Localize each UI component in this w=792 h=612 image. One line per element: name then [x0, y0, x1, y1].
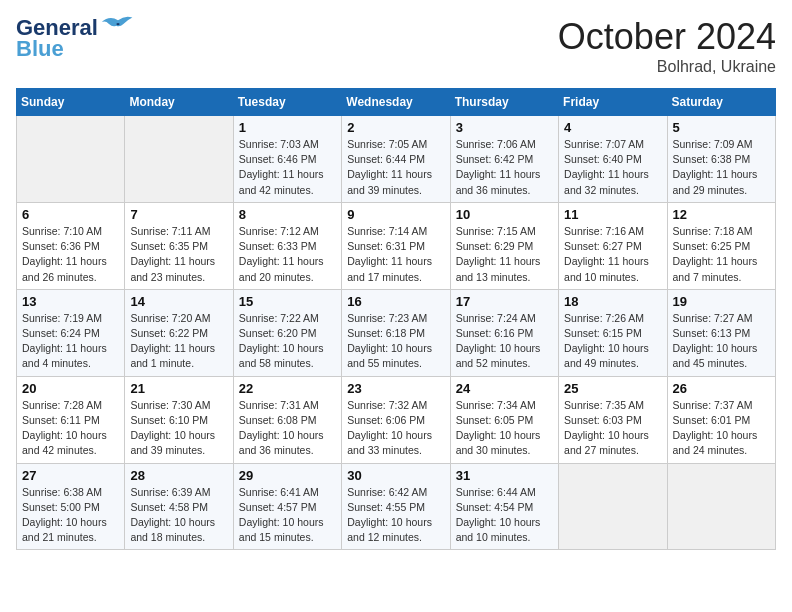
- day-number: 12: [673, 207, 770, 222]
- day-number: 31: [456, 468, 553, 483]
- calendar-cell: [559, 463, 667, 550]
- day-number: 8: [239, 207, 336, 222]
- day-number: 2: [347, 120, 444, 135]
- calendar-cell: 25Sunrise: 7:35 AM Sunset: 6:03 PM Dayli…: [559, 376, 667, 463]
- calendar-cell: 7Sunrise: 7:11 AM Sunset: 6:35 PM Daylig…: [125, 202, 233, 289]
- calendar-cell: 22Sunrise: 7:31 AM Sunset: 6:08 PM Dayli…: [233, 376, 341, 463]
- day-number: 23: [347, 381, 444, 396]
- day-number: 3: [456, 120, 553, 135]
- day-number: 25: [564, 381, 661, 396]
- day-info: Sunrise: 7:15 AM Sunset: 6:29 PM Dayligh…: [456, 224, 553, 285]
- calendar-cell: 18Sunrise: 7:26 AM Sunset: 6:15 PM Dayli…: [559, 289, 667, 376]
- day-info: Sunrise: 6:44 AM Sunset: 4:54 PM Dayligh…: [456, 485, 553, 546]
- day-info: Sunrise: 6:41 AM Sunset: 4:57 PM Dayligh…: [239, 485, 336, 546]
- day-info: Sunrise: 7:26 AM Sunset: 6:15 PM Dayligh…: [564, 311, 661, 372]
- calendar-cell: 8Sunrise: 7:12 AM Sunset: 6:33 PM Daylig…: [233, 202, 341, 289]
- calendar-cell: 31Sunrise: 6:44 AM Sunset: 4:54 PM Dayli…: [450, 463, 558, 550]
- day-info: Sunrise: 7:12 AM Sunset: 6:33 PM Dayligh…: [239, 224, 336, 285]
- calendar-cell: 15Sunrise: 7:22 AM Sunset: 6:20 PM Dayli…: [233, 289, 341, 376]
- calendar-week-row: 6Sunrise: 7:10 AM Sunset: 6:36 PM Daylig…: [17, 202, 776, 289]
- calendar-week-row: 13Sunrise: 7:19 AM Sunset: 6:24 PM Dayli…: [17, 289, 776, 376]
- day-number: 13: [22, 294, 119, 309]
- calendar-body: 1Sunrise: 7:03 AM Sunset: 6:46 PM Daylig…: [17, 116, 776, 550]
- calendar-cell: [125, 116, 233, 203]
- calendar-cell: 5Sunrise: 7:09 AM Sunset: 6:38 PM Daylig…: [667, 116, 775, 203]
- calendar-cell: 4Sunrise: 7:07 AM Sunset: 6:40 PM Daylig…: [559, 116, 667, 203]
- day-header-sunday: Sunday: [17, 89, 125, 116]
- day-info: Sunrise: 7:24 AM Sunset: 6:16 PM Dayligh…: [456, 311, 553, 372]
- calendar-cell: [667, 463, 775, 550]
- day-number: 21: [130, 381, 227, 396]
- page-header: General Blue October 2024 Bolhrad, Ukrai…: [16, 16, 776, 76]
- day-info: Sunrise: 6:38 AM Sunset: 5:00 PM Dayligh…: [22, 485, 119, 546]
- day-header-monday: Monday: [125, 89, 233, 116]
- day-number: 18: [564, 294, 661, 309]
- logo: General Blue: [16, 16, 136, 62]
- day-info: Sunrise: 7:06 AM Sunset: 6:42 PM Dayligh…: [456, 137, 553, 198]
- calendar-cell: 23Sunrise: 7:32 AM Sunset: 6:06 PM Dayli…: [342, 376, 450, 463]
- day-header-friday: Friday: [559, 89, 667, 116]
- day-info: Sunrise: 7:30 AM Sunset: 6:10 PM Dayligh…: [130, 398, 227, 459]
- day-header-thursday: Thursday: [450, 89, 558, 116]
- calendar-table: SundayMondayTuesdayWednesdayThursdayFrid…: [16, 88, 776, 550]
- day-info: Sunrise: 7:10 AM Sunset: 6:36 PM Dayligh…: [22, 224, 119, 285]
- day-number: 6: [22, 207, 119, 222]
- day-number: 14: [130, 294, 227, 309]
- day-number: 10: [456, 207, 553, 222]
- day-number: 19: [673, 294, 770, 309]
- day-info: Sunrise: 7:03 AM Sunset: 6:46 PM Dayligh…: [239, 137, 336, 198]
- location: Bolhrad, Ukraine: [558, 58, 776, 76]
- calendar-cell: 3Sunrise: 7:06 AM Sunset: 6:42 PM Daylig…: [450, 116, 558, 203]
- day-number: 16: [347, 294, 444, 309]
- day-info: Sunrise: 7:19 AM Sunset: 6:24 PM Dayligh…: [22, 311, 119, 372]
- day-number: 28: [130, 468, 227, 483]
- day-number: 11: [564, 207, 661, 222]
- day-header-tuesday: Tuesday: [233, 89, 341, 116]
- calendar-cell: 6Sunrise: 7:10 AM Sunset: 6:36 PM Daylig…: [17, 202, 125, 289]
- calendar-cell: 24Sunrise: 7:34 AM Sunset: 6:05 PM Dayli…: [450, 376, 558, 463]
- day-info: Sunrise: 7:37 AM Sunset: 6:01 PM Dayligh…: [673, 398, 770, 459]
- day-info: Sunrise: 6:42 AM Sunset: 4:55 PM Dayligh…: [347, 485, 444, 546]
- calendar-cell: 16Sunrise: 7:23 AM Sunset: 6:18 PM Dayli…: [342, 289, 450, 376]
- day-info: Sunrise: 7:31 AM Sunset: 6:08 PM Dayligh…: [239, 398, 336, 459]
- day-number: 5: [673, 120, 770, 135]
- day-info: Sunrise: 7:34 AM Sunset: 6:05 PM Dayligh…: [456, 398, 553, 459]
- day-number: 22: [239, 381, 336, 396]
- title-block: October 2024 Bolhrad, Ukraine: [558, 16, 776, 76]
- calendar-cell: 21Sunrise: 7:30 AM Sunset: 6:10 PM Dayli…: [125, 376, 233, 463]
- day-header-saturday: Saturday: [667, 89, 775, 116]
- logo-bird-icon: [100, 13, 136, 33]
- day-info: Sunrise: 7:35 AM Sunset: 6:03 PM Dayligh…: [564, 398, 661, 459]
- calendar-cell: 28Sunrise: 6:39 AM Sunset: 4:58 PM Dayli…: [125, 463, 233, 550]
- day-number: 24: [456, 381, 553, 396]
- calendar-cell: 17Sunrise: 7:24 AM Sunset: 6:16 PM Dayli…: [450, 289, 558, 376]
- logo-blue: Blue: [16, 36, 64, 62]
- calendar-cell: 12Sunrise: 7:18 AM Sunset: 6:25 PM Dayli…: [667, 202, 775, 289]
- day-header-wednesday: Wednesday: [342, 89, 450, 116]
- day-number: 1: [239, 120, 336, 135]
- day-number: 29: [239, 468, 336, 483]
- calendar-cell: 9Sunrise: 7:14 AM Sunset: 6:31 PM Daylig…: [342, 202, 450, 289]
- day-info: Sunrise: 7:09 AM Sunset: 6:38 PM Dayligh…: [673, 137, 770, 198]
- day-info: Sunrise: 7:07 AM Sunset: 6:40 PM Dayligh…: [564, 137, 661, 198]
- calendar-cell: 19Sunrise: 7:27 AM Sunset: 6:13 PM Dayli…: [667, 289, 775, 376]
- day-number: 26: [673, 381, 770, 396]
- day-info: Sunrise: 7:20 AM Sunset: 6:22 PM Dayligh…: [130, 311, 227, 372]
- day-number: 30: [347, 468, 444, 483]
- day-info: Sunrise: 7:18 AM Sunset: 6:25 PM Dayligh…: [673, 224, 770, 285]
- calendar-cell: 20Sunrise: 7:28 AM Sunset: 6:11 PM Dayli…: [17, 376, 125, 463]
- day-number: 4: [564, 120, 661, 135]
- day-number: 27: [22, 468, 119, 483]
- day-info: Sunrise: 7:16 AM Sunset: 6:27 PM Dayligh…: [564, 224, 661, 285]
- calendar-cell: 30Sunrise: 6:42 AM Sunset: 4:55 PM Dayli…: [342, 463, 450, 550]
- day-number: 7: [130, 207, 227, 222]
- calendar-cell: 11Sunrise: 7:16 AM Sunset: 6:27 PM Dayli…: [559, 202, 667, 289]
- calendar-week-row: 1Sunrise: 7:03 AM Sunset: 6:46 PM Daylig…: [17, 116, 776, 203]
- calendar-cell: 26Sunrise: 7:37 AM Sunset: 6:01 PM Dayli…: [667, 376, 775, 463]
- day-info: Sunrise: 7:27 AM Sunset: 6:13 PM Dayligh…: [673, 311, 770, 372]
- month-title: October 2024: [558, 16, 776, 58]
- day-info: Sunrise: 7:05 AM Sunset: 6:44 PM Dayligh…: [347, 137, 444, 198]
- calendar-cell: 14Sunrise: 7:20 AM Sunset: 6:22 PM Dayli…: [125, 289, 233, 376]
- day-info: Sunrise: 7:23 AM Sunset: 6:18 PM Dayligh…: [347, 311, 444, 372]
- calendar-cell: 2Sunrise: 7:05 AM Sunset: 6:44 PM Daylig…: [342, 116, 450, 203]
